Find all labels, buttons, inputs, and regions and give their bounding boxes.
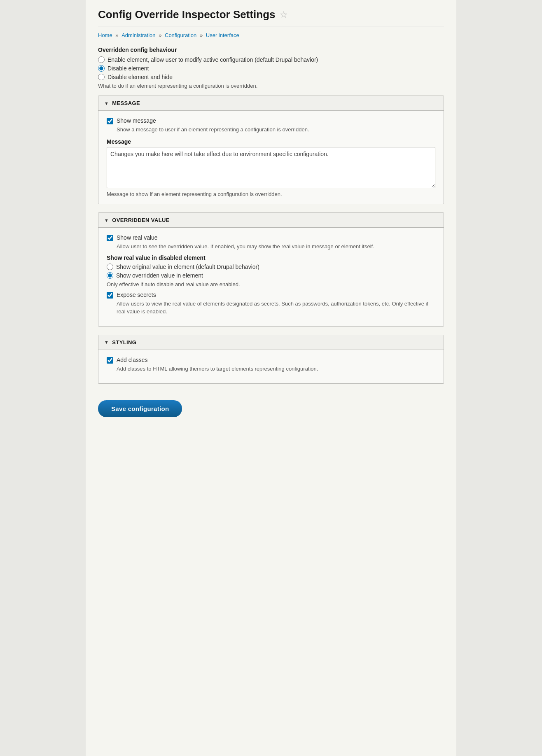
radio-original-item[interactable]: Show original value in element (default … <box>107 264 435 270</box>
overridden-value-section: ▼ OVERRIDDEN VALUE Show real value Allow… <box>98 212 444 327</box>
overridden-value-title: OVERRIDDEN VALUE <box>112 217 170 223</box>
show-real-value-checkbox[interactable] <box>107 235 113 241</box>
expose-secrets-checkbox[interactable] <box>107 292 113 299</box>
add-classes-checkbox[interactable] <box>107 357 113 364</box>
radio-enable-item[interactable]: Enable element, allow user to modify act… <box>98 56 444 63</box>
radio-enable[interactable] <box>98 56 105 63</box>
show-real-value-item: Show real value <box>107 234 435 241</box>
expose-secrets-item: Expose secrets <box>107 292 435 299</box>
breadcrumb: Home » Administration » Configuration » … <box>98 32 444 38</box>
overridden-config-section: Overridden config behaviour Enable eleme… <box>98 47 444 89</box>
overridden-config-help: What to do if an element representing a … <box>98 83 444 89</box>
message-section: ▼ MESSAGE Show message Show a message to… <box>98 96 444 204</box>
expose-secrets-desc: Allow users to view the real value of el… <box>117 300 435 315</box>
message-collapse-arrow: ▼ <box>104 101 109 106</box>
star-icon[interactable]: ☆ <box>280 9 288 20</box>
show-real-value-sub-label: Show real value in disabled element <box>107 254 435 261</box>
radio-disable[interactable] <box>98 65 105 72</box>
show-real-value-sub-help: Only effective if auto disable and real … <box>107 281 435 287</box>
page-title-row: Config Override Inspector Settings ☆ <box>98 8 444 26</box>
show-real-value-desc: Allow user to see the overridden value. … <box>117 243 435 250</box>
show-real-value-label: Show real value <box>117 234 158 241</box>
message-field-desc: Message to show if an element representi… <box>107 191 435 197</box>
breadcrumb-sep-3: » <box>200 32 204 38</box>
save-configuration-button[interactable]: Save configuration <box>98 400 182 417</box>
styling-section: ▼ STYLING Add classes Add classes to HTM… <box>98 335 444 384</box>
radio-hide-item[interactable]: Disable element and hide <box>98 74 444 80</box>
radio-enable-label: Enable element, allow user to modify act… <box>107 56 318 63</box>
expose-secrets-label: Expose secrets <box>117 292 156 298</box>
overridden-config-label: Overridden config behaviour <box>98 47 444 53</box>
show-real-value-radio-group: Show original value in element (default … <box>107 264 435 279</box>
overridden-value-arrow: ▼ <box>104 218 109 223</box>
message-section-header[interactable]: ▼ MESSAGE <box>98 96 444 111</box>
show-message-item: Show message <box>107 117 435 124</box>
styling-section-body: Add classes Add classes to HTML allowing… <box>98 350 444 383</box>
overridden-value-header[interactable]: ▼ OVERRIDDEN VALUE <box>98 213 444 228</box>
breadcrumb-sep-2: » <box>159 32 163 38</box>
breadcrumb-sep-1: » <box>115 32 120 38</box>
page-wrapper: Config Override Inspector Settings ☆ Hom… <box>86 0 456 756</box>
radio-overridden-item[interactable]: Show overridden value in element <box>107 272 435 279</box>
message-textarea[interactable] <box>107 147 435 188</box>
show-message-desc: Show a message to user if an element rep… <box>117 126 435 133</box>
breadcrumb-home[interactable]: Home <box>98 32 112 38</box>
show-message-checkbox[interactable] <box>107 118 113 124</box>
radio-hide[interactable] <box>98 74 105 80</box>
breadcrumb-administration[interactable]: Administration <box>121 32 155 38</box>
add-classes-label: Add classes <box>117 357 147 363</box>
overridden-value-body: Show real value Allow user to see the ov… <box>98 228 444 326</box>
radio-hide-label: Disable element and hide <box>107 74 173 80</box>
breadcrumb-configuration[interactable]: Configuration <box>165 32 196 38</box>
radio-overridden-label: Show overridden value in element <box>116 272 203 279</box>
radio-disable-label: Disable element <box>107 65 149 72</box>
radio-original-label: Show original value in element (default … <box>116 264 259 270</box>
radio-overridden[interactable] <box>107 272 113 279</box>
styling-collapse-arrow: ▼ <box>104 340 109 345</box>
breadcrumb-user-interface[interactable]: User interface <box>206 32 239 38</box>
add-classes-item: Add classes <box>107 357 435 364</box>
message-section-body: Show message Show a message to user if a… <box>98 111 444 204</box>
message-section-title: MESSAGE <box>112 100 140 106</box>
page-title: Config Override Inspector Settings <box>98 8 276 21</box>
radio-original[interactable] <box>107 264 113 270</box>
radio-disable-item[interactable]: Disable element <box>98 65 444 72</box>
add-classes-desc: Add classes to HTML allowing themers to … <box>117 365 435 373</box>
overridden-config-radio-group: Enable element, allow user to modify act… <box>98 56 444 80</box>
message-field-label: Message <box>107 138 435 145</box>
show-message-label: Show message <box>117 117 156 124</box>
styling-section-header[interactable]: ▼ STYLING <box>98 335 444 350</box>
styling-section-title: STYLING <box>112 339 136 345</box>
